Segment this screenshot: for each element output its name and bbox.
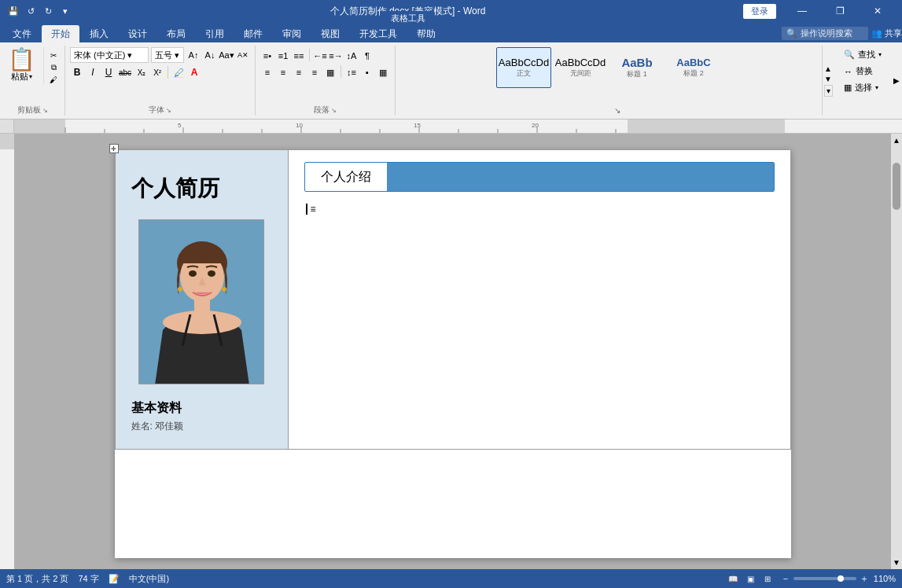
undo-icon[interactable]: ↺ — [24, 4, 38, 18]
align-left-button[interactable]: ≡ — [260, 65, 274, 79]
save-icon[interactable]: 💾 — [6, 4, 20, 18]
svg-rect-23 — [0, 134, 14, 149]
zoom-slider[interactable] — [793, 577, 856, 580]
view-read-button[interactable]: 📖 — [726, 572, 740, 585]
underline-button[interactable]: U — [101, 64, 116, 80]
styles-scroll-down[interactable]: ▼ — [824, 75, 833, 83]
font-size-selector[interactable]: 五号 ▾ — [151, 47, 184, 63]
minimize-button[interactable]: — — [784, 0, 820, 22]
title-right: 登录 — ❐ ✕ — [743, 0, 896, 22]
share-button[interactable]: 👥 共享 — [871, 28, 902, 39]
style-heading1-preview: AaBb — [621, 56, 652, 69]
spell-check-icon[interactable]: 📝 — [109, 574, 120, 584]
zoom-out-button[interactable]: － — [781, 572, 790, 586]
subscript-button[interactable]: X₂ — [134, 64, 149, 80]
copy-button[interactable]: ⧉ — [47, 62, 60, 73]
style-no-spacing[interactable]: AaBbCcDd 无间距 — [553, 47, 608, 88]
cursor-area[interactable]: ≡ — [304, 204, 775, 215]
svg-point-34 — [222, 287, 226, 292]
tab-mailings[interactable]: 邮件 — [234, 25, 272, 42]
bullets-button[interactable]: ≡• — [260, 49, 274, 63]
styles-scroll-expand[interactable]: ▾ — [824, 85, 833, 97]
tab-insert[interactable]: 插入 — [80, 25, 118, 42]
styles-expand-icon[interactable]: ↘ — [614, 106, 620, 115]
sort-button[interactable]: ↕A — [344, 49, 359, 63]
redo-icon[interactable]: ↻ — [41, 4, 55, 18]
strikethrough-button[interactable]: abc — [117, 64, 133, 80]
format-painter-button[interactable]: 🖌 — [47, 75, 60, 85]
close-button[interactable]: ✕ — [860, 0, 896, 22]
font-color-button[interactable]: A — [187, 64, 201, 80]
tab-help[interactable]: 帮助 — [407, 25, 445, 42]
copy-icon: ⧉ — [51, 63, 57, 72]
right-cell[interactable]: 个人介绍 ≡ — [288, 150, 790, 450]
multilevel-button[interactable]: ≡≡ — [292, 49, 306, 63]
style-heading2-label: 标题 2 — [683, 68, 704, 79]
view-web-button[interactable]: ⊞ — [760, 572, 775, 585]
zoom-in-button[interactable]: ＋ — [860, 572, 869, 586]
line-spacing-button[interactable]: ↕≡ — [344, 65, 359, 79]
font-name-selector[interactable]: 宋体 (中文正) ▾ — [70, 47, 149, 63]
tab-developer[interactable]: 开发工具 — [350, 25, 407, 42]
bold-button[interactable]: B — [70, 64, 84, 80]
paragraph-expand-icon[interactable]: ↘ — [331, 107, 337, 114]
ruler-corner[interactable] — [0, 119, 14, 134]
tab-view[interactable]: 视图 — [311, 25, 349, 42]
status-right: 📖 ▣ ⊞ － ＋ 110% — [726, 572, 896, 586]
search-box[interactable]: 操作说明搜索 — [801, 28, 863, 39]
styles-scroll-up[interactable]: ▲ — [824, 64, 833, 73]
style-heading2[interactable]: AaBbC 标题 2 — [666, 47, 721, 88]
tab-layout[interactable]: 布局 — [157, 25, 195, 42]
restore-button[interactable]: ❐ — [822, 0, 858, 22]
font-shrink-button[interactable]: A↓ — [203, 48, 217, 62]
superscript-button[interactable]: X² — [150, 64, 164, 80]
scroll-down-button[interactable]: ▼ — [893, 556, 900, 569]
style-normal[interactable]: AaBbCcDd 正文 — [496, 47, 551, 88]
align-right-button[interactable]: ≡ — [292, 65, 306, 79]
cut-icon: ✂ — [50, 51, 57, 60]
cut-button[interactable]: ✂ — [47, 50, 60, 61]
font-grow-button[interactable]: A↑ — [186, 48, 201, 62]
replace-button[interactable]: ↔ 替换 — [839, 64, 886, 79]
paragraph-group: ≡• ≡1 ≡≡ ←≡ ≡→ ↕A ¶ ≡ ≡ ≡ ≡ ▦ ↕≡ — [256, 46, 396, 116]
font-expand-icon[interactable]: ↘ — [166, 107, 171, 114]
ribbon-scroll-right[interactable]: ▶ — [891, 46, 902, 116]
tab-references[interactable]: 引用 — [196, 25, 234, 42]
clear-formatting-button[interactable]: A✕ — [236, 48, 250, 62]
select-button[interactable]: ▦ 选择 ▾ — [839, 80, 886, 95]
text-highlight-button[interactable]: 🖊 — [171, 64, 186, 80]
decrease-indent-button[interactable]: ←≡ — [313, 49, 327, 63]
photo-area — [138, 219, 264, 384]
scroll-up-button[interactable]: ▲ — [893, 134, 900, 147]
qat-customize-icon[interactable]: ▾ — [58, 4, 72, 18]
italic-button[interactable]: I — [86, 64, 100, 80]
shading-button[interactable]: ▪ — [360, 65, 374, 79]
paste-button[interactable]: 📋 粘贴 ▾ — [5, 47, 39, 84]
vertical-scrollbar[interactable]: ▲ ▼ — [891, 134, 902, 569]
resume-table: 个人简历 — [115, 149, 791, 450]
svg-point-31 — [189, 270, 197, 277]
numbering-button[interactable]: ≡1 — [276, 49, 290, 63]
tab-file[interactable]: 文件 — [3, 25, 41, 42]
col-layout-button[interactable]: ▦ — [323, 65, 337, 79]
style-heading1[interactable]: AaBb 标题 1 — [609, 47, 665, 88]
justify-button[interactable]: ≡ — [307, 65, 322, 79]
styles-content: AaBbCcDd 正文 AaBbCcDd 无间距 AaBb 标题 1 AaBbC… — [496, 46, 721, 103]
login-button[interactable]: 登录 — [743, 4, 776, 19]
table-handle[interactable]: ✛ — [109, 144, 119, 153]
tab-home[interactable]: 开始 — [42, 25, 79, 42]
increase-indent-button[interactable]: ≡→ — [329, 49, 343, 63]
scrollbar-thumb[interactable] — [893, 163, 900, 210]
svg-point-28 — [163, 311, 241, 334]
find-button[interactable]: 🔍 查找 ▾ — [839, 47, 886, 62]
tab-design[interactable]: 设计 — [119, 25, 156, 42]
view-normal-button[interactable]: ▣ — [743, 572, 757, 585]
font-case-button[interactable]: Aa▾ — [219, 48, 234, 62]
show-marks-button[interactable]: ¶ — [360, 49, 374, 63]
document-scroll[interactable]: ✛ 个人简历 — [14, 134, 891, 569]
borders-button[interactable]: ▦ — [376, 65, 390, 79]
align-center-button[interactable]: ≡ — [276, 65, 290, 79]
tab-review[interactable]: 审阅 — [273, 25, 311, 42]
clipboard-expand-icon[interactable]: ↘ — [42, 107, 48, 114]
replace-icon: ↔ — [844, 67, 852, 76]
